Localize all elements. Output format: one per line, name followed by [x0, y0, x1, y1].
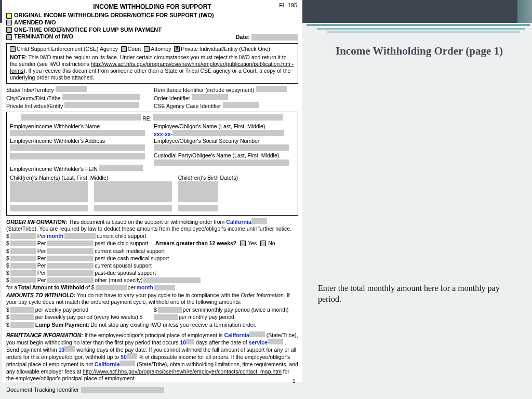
- id-city-field[interactable]: [62, 94, 140, 100]
- per-field[interactable]: [47, 277, 94, 283]
- fein-field[interactable]: [99, 165, 143, 171]
- weekly-label: per weekly pay period: [35, 307, 88, 313]
- remit-wd-pad[interactable]: [64, 346, 75, 352]
- form-code: FL-195: [279, 2, 297, 9]
- emp-addr-label: Employer/Income Withholder's Address: [10, 138, 151, 144]
- checkbox-arrears-yes[interactable]: [240, 241, 246, 246]
- birth-label: Child(ren)'s Birth Date(s): [178, 175, 286, 181]
- id-order-field[interactable]: [192, 94, 228, 100]
- checkbox-termination[interactable]: [6, 34, 12, 40]
- remit-state1: California: [224, 332, 249, 338]
- order-heading: ORDER INFORMATION:: [6, 219, 68, 225]
- checkbox-cse[interactable]: [10, 46, 16, 52]
- per-label: Per: [37, 255, 46, 262]
- remit-state2-pad[interactable]: [119, 361, 135, 366]
- child-name-field[interactable]: [94, 181, 172, 202]
- obl-name-label: Employee/Obligor's Name (Last, First, Mi…: [154, 123, 295, 130]
- amt-monthly[interactable]: [154, 314, 178, 320]
- remit-service: service: [249, 339, 268, 345]
- remit-pct-pad[interactable]: [127, 353, 137, 359]
- lump-text: Do not stop any existing IWO unless you …: [90, 322, 256, 328]
- id-city-label: City/County/Dist./Tribe: [6, 95, 61, 101]
- type-amended: AMENDED IWO: [14, 19, 56, 25]
- per-label: Per: [37, 233, 46, 240]
- slide-title: Income Withholding Order (page 1): [318, 44, 521, 58]
- re-field-right[interactable]: [153, 114, 283, 121]
- line-ccs: current child support: [97, 233, 146, 240]
- per-field[interactable]: [47, 248, 94, 254]
- cust-field[interactable]: [154, 159, 289, 166]
- per-field[interactable]: [47, 241, 94, 246]
- filer-cse: Child Support Enforcement (CSE) Agency: [17, 46, 118, 52]
- line-past-css: past-due spousal support: [95, 270, 156, 276]
- birth-field[interactable]: [178, 205, 218, 211]
- amt-pcms[interactable]: [10, 256, 36, 261]
- total-per-field[interactable]: [154, 285, 175, 290]
- id-remit-field[interactable]: [256, 86, 287, 92]
- id-priv-label: Private Individual/Entity: [6, 103, 63, 109]
- children-label: Child(ren)'s Name(s) (Last, First, Middl…: [10, 175, 175, 181]
- checkbox-lump[interactable]: [6, 27, 12, 33]
- obl-ssn-label: Employee/Obligor's Social Security Numbe…: [154, 138, 295, 144]
- birth-field[interactable]: [178, 181, 218, 202]
- per-field[interactable]: [47, 263, 94, 269]
- per-month: month: [47, 233, 63, 240]
- re-field-left[interactable]: [21, 114, 141, 121]
- emp-addr-field[interactable]: [10, 144, 145, 151]
- child-name-field[interactable]: [94, 205, 172, 211]
- checkbox-arrears-no[interactable]: [260, 241, 266, 246]
- amt-biweekly[interactable]: [10, 314, 34, 320]
- remit-pct: 50: [121, 354, 127, 360]
- amt-ccs[interactable]: [10, 233, 36, 239]
- doc-tracking-label: Document Tracking Identifier: [6, 387, 164, 393]
- remit-state2: California: [95, 361, 119, 367]
- amt-semimonthly[interactable]: [158, 307, 182, 313]
- slide-edgebar: [517, 0, 532, 23]
- id-state-field[interactable]: [56, 86, 87, 92]
- emp-name-field[interactable]: [10, 130, 145, 136]
- ssn-prefix: xxx-xx-: [154, 131, 172, 137]
- remit-service-pad[interactable]: [268, 339, 283, 344]
- slide-note: Enter the total monthly amount here for …: [318, 283, 521, 305]
- obl-ssn-field[interactable]: [154, 144, 289, 151]
- iwo-form-document: FL-195 INCOME WITHHOLDING FOR SUPPORT OR…: [2, 0, 302, 382]
- remit-working-days: 10: [58, 347, 64, 353]
- line-css: current spousal support: [95, 262, 152, 269]
- biweekly-label: per biweekly pay period (every two weeks…: [35, 314, 143, 321]
- checkbox-amended[interactable]: [6, 20, 12, 25]
- emp-name-label: Employer/Income Withholder's Name: [10, 123, 151, 130]
- child-name-field[interactable]: [10, 205, 88, 211]
- per-field[interactable]: [47, 270, 94, 276]
- amt-css[interactable]: [10, 263, 36, 269]
- filer-private: Private Individual/Entity (Check One): [181, 46, 270, 52]
- remit-days-pad[interactable]: [186, 339, 194, 344]
- amt-weekly[interactable]: [10, 307, 34, 313]
- state-field-pad[interactable]: [251, 218, 267, 224]
- checkbox-original[interactable]: [6, 13, 12, 19]
- amounts-intro: You do not have to vary your pay cycle t…: [77, 292, 239, 298]
- emp-addr-field2[interactable]: [10, 153, 145, 159]
- id-priv-field[interactable]: [64, 102, 139, 108]
- filer-box: Child Support Enforcement (CSE) Agency C…: [6, 43, 298, 84]
- amt-pccs[interactable]: [10, 241, 36, 246]
- amt-cms[interactable]: [10, 248, 36, 254]
- checkbox-attorney[interactable]: [144, 46, 150, 52]
- amt-pcss[interactable]: [10, 270, 36, 276]
- child-name-field[interactable]: [10, 181, 88, 202]
- amt-lump[interactable]: [10, 322, 34, 328]
- remit-state-pad[interactable]: [249, 331, 265, 337]
- parties-box: RE: Employer/Income Withholder's Name Em…: [6, 112, 298, 216]
- arrears-yes: Yes: [248, 240, 257, 247]
- other-specify-field[interactable]: [143, 277, 201, 283]
- date-field[interactable]: [251, 34, 298, 41]
- total-amt-field[interactable]: [96, 285, 127, 290]
- per-field[interactable]: [47, 256, 94, 261]
- obl-name-field[interactable]: [172, 130, 284, 136]
- id-cse-field[interactable]: [223, 102, 259, 108]
- tracking-field[interactable]: [81, 387, 164, 393]
- checkbox-court[interactable]: [121, 46, 127, 52]
- amt-other[interactable]: [10, 277, 36, 283]
- accent-stripe: [327, 31, 520, 33]
- per-field[interactable]: [64, 233, 96, 239]
- checkbox-private[interactable]: X: [174, 46, 180, 52]
